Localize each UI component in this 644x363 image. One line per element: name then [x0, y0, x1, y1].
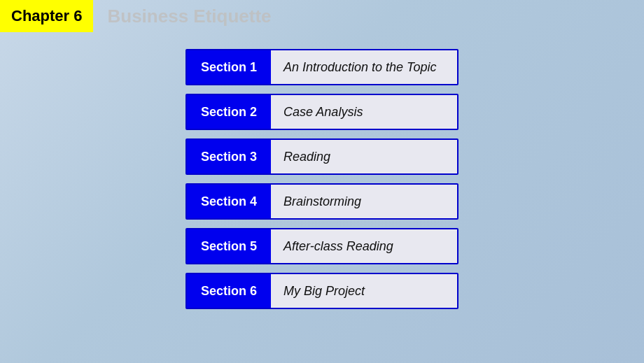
section-content-4: Brainstorming [271, 185, 457, 218]
section-row-2[interactable]: Section 2Case Analysis [186, 94, 458, 130]
chapter-badge: Chapter 6 [0, 0, 93, 32]
sections-container: Section 1An Introduction to the TopicSec… [0, 42, 644, 309]
chapter-title: Business Etiquette [93, 6, 271, 27]
section-label-4: Section 4 [187, 185, 271, 218]
section-content-6: My Big Project [271, 274, 457, 308]
section-row-3[interactable]: Section 3Reading [186, 138, 458, 175]
section-label-3: Section 3 [187, 140, 271, 173]
section-row-5[interactable]: Section 5After-class Reading [186, 228, 458, 264]
section-label-2: Section 2 [187, 95, 271, 129]
section-label-5: Section 5 [187, 229, 271, 263]
section-content-5: After-class Reading [271, 229, 457, 263]
section-label-6: Section 6 [187, 274, 271, 308]
section-row-6[interactable]: Section 6My Big Project [186, 273, 458, 309]
section-content-1: An Introduction to the Topic [271, 50, 457, 84]
section-content-3: Reading [271, 140, 457, 173]
header: Chapter 6 Business Etiquette [0, 0, 644, 32]
section-row-1[interactable]: Section 1An Introduction to the Topic [186, 49, 458, 85]
section-row-4[interactable]: Section 4Brainstorming [186, 183, 458, 220]
section-label-1: Section 1 [187, 50, 271, 84]
section-content-2: Case Analysis [271, 95, 457, 129]
